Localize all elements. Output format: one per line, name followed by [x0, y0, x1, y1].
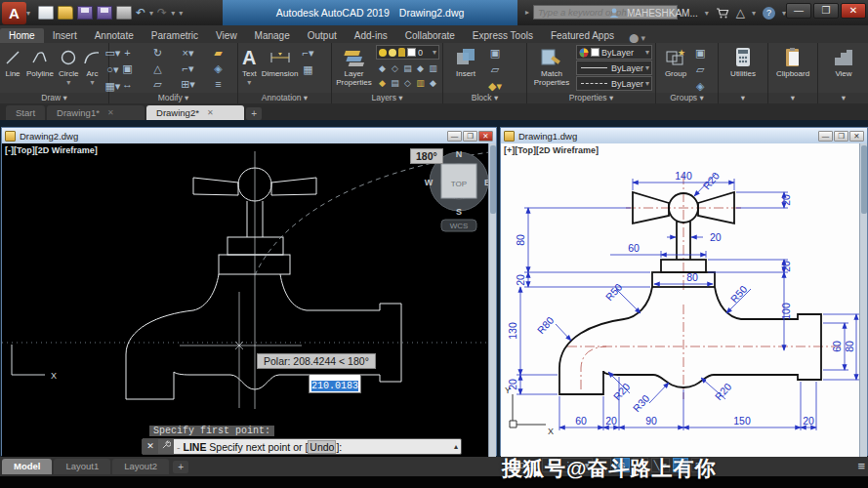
table-tool-icon[interactable]: ▦: [302, 61, 313, 77]
layer-tool-6-icon[interactable]: ◆: [376, 75, 389, 90]
new-layout-button[interactable]: +: [173, 461, 188, 473]
tab-annotate[interactable]: Annotate: [86, 28, 143, 43]
layer-tool-7-icon[interactable]: ▤: [389, 75, 401, 90]
layer-tool-3-icon[interactable]: ▤: [401, 61, 414, 75]
close-drawing2-icon[interactable]: ✕: [207, 108, 214, 117]
layer-tool-9-icon[interactable]: ▥: [414, 75, 427, 90]
command-option-undo[interactable]: Undo: [308, 440, 336, 454]
layers-panel-label[interactable]: Layers ▾: [332, 93, 442, 103]
drawing2-restore-button[interactable]: ❐: [463, 131, 477, 142]
logo-dropdown-icon[interactable]: ▾: [26, 9, 30, 18]
insert-button[interactable]: Insert: [446, 45, 485, 79]
layer-tool-1-icon[interactable]: ◆: [376, 61, 389, 75]
erase-icon[interactable]: ▰: [203, 45, 233, 61]
left-vertical-scrollbar[interactable]: [488, 143, 496, 457]
layer-tool-2-icon[interactable]: ◇: [389, 61, 401, 75]
drawing2-canvas[interactable]: [-][Top][2D Wireframe]: [2, 143, 496, 457]
ribbon-options-icon[interactable]: ⬤ ▾: [629, 33, 645, 43]
redo-icon[interactable]: ↷: [157, 6, 167, 20]
right-scrollbar-thumb[interactable]: [861, 145, 867, 214]
text-button[interactable]: A Text ▾: [241, 45, 258, 88]
group-edit-icon[interactable]: ▱: [695, 61, 705, 77]
drawing1-canvas[interactable]: [+][Top][2D Wireframe]: [501, 143, 867, 457]
group-button[interactable]: ★ Group: [659, 45, 692, 79]
close-button[interactable]: ✕: [841, 3, 866, 19]
layout1-tab[interactable]: Layout1: [54, 459, 110, 474]
block-attributes-icon[interactable]: ◆▾: [488, 78, 502, 94]
layer-tool-4-icon[interactable]: ◆: [414, 61, 427, 75]
viewcube-south[interactable]: S: [456, 207, 462, 217]
signed-in-user[interactable]: MAHESHKAM...: [627, 8, 698, 19]
drawing2-titlebar[interactable]: Drawing2.dwg — ❐ ✕: [2, 128, 496, 143]
match-properties-button[interactable]: Match Properties: [530, 45, 573, 88]
stretch-icon[interactable]: ↔: [112, 76, 143, 92]
layer-tool-5-icon[interactable]: ▥: [427, 61, 439, 75]
customization-menu-icon[interactable]: ≡: [857, 459, 865, 473]
close-drawing1-icon[interactable]: ✕: [107, 108, 114, 117]
line-button[interactable]: Line: [3, 45, 22, 79]
save-as-icon[interactable]: [97, 6, 112, 20]
layout2-tab[interactable]: Layout2: [112, 459, 169, 474]
viewport-controls-left[interactable]: [-][Top][2D Wireframe]: [5, 145, 98, 155]
lineweight-dropdown[interactable]: ByLayer ▾: [576, 61, 652, 75]
tab-home[interactable]: Home: [0, 28, 44, 43]
tab-insert[interactable]: Insert: [44, 28, 86, 43]
drawing1-minimize-button[interactable]: —: [818, 131, 833, 142]
file-tab-drawing1[interactable]: Drawing1*✕: [47, 105, 145, 120]
utilities-panel-expand[interactable]: ▾: [719, 93, 767, 103]
tools-wrench-icon[interactable]: [158, 439, 174, 454]
open-file-icon[interactable]: [58, 6, 73, 20]
tab-manage[interactable]: Manage: [246, 28, 299, 43]
leader-tool-icon[interactable]: ⌐▾: [302, 45, 313, 61]
overkill-icon[interactable]: ≡: [203, 76, 233, 92]
linetype-dropdown[interactable]: ByLayer ▾: [576, 76, 652, 91]
left-scrollbar-thumb[interactable]: [490, 145, 496, 214]
cart-icon[interactable]: [716, 8, 729, 19]
qa-customize-icon[interactable]: ▾: [179, 9, 183, 18]
drawing2-minimize-button[interactable]: —: [447, 131, 462, 142]
plot-icon[interactable]: [116, 6, 132, 20]
properties-panel-label[interactable]: Properties ▾: [527, 93, 655, 103]
file-tab-drawing2[interactable]: Drawing2*✕: [146, 105, 244, 120]
color-dropdown[interactable]: ByLayer ▾: [576, 45, 652, 60]
trim-icon[interactable]: ×▾: [173, 45, 203, 61]
undo-dropdown-icon[interactable]: ▾: [149, 9, 153, 18]
explode-icon[interactable]: ◈: [203, 61, 233, 76]
layer-tool-8-icon[interactable]: ◇: [401, 75, 414, 90]
layer-tool-10-icon[interactable]: ◆: [427, 75, 439, 90]
autodesk-apps-icon[interactable]: △: [736, 6, 745, 20]
circle-button[interactable]: Circle ▾: [58, 45, 79, 88]
user-icon[interactable]: [608, 7, 620, 19]
clipboard-button[interactable]: Clipboard: [775, 45, 810, 79]
fillet-icon[interactable]: ⌐▾: [173, 61, 203, 76]
copy-icon[interactable]: ▣: [112, 61, 143, 76]
undo-icon[interactable]: ↶: [136, 6, 145, 20]
tab-collaborate[interactable]: Collaborate: [396, 28, 464, 43]
mirror-icon[interactable]: △: [143, 61, 173, 76]
modify-panel-label[interactable]: Modify ▾: [109, 93, 237, 103]
layer-dropdown[interactable]: 0 ▾: [376, 45, 439, 60]
utilities-button[interactable]: Utilities: [729, 45, 757, 79]
dynamic-input-field[interactable]: 210.0183: [309, 374, 361, 393]
cancel-command-icon[interactable]: ✕: [143, 439, 158, 454]
array-icon[interactable]: ⊞▾: [173, 76, 203, 92]
file-tab-start[interactable]: Start: [6, 105, 45, 120]
minimize-button[interactable]: —: [786, 3, 811, 19]
group-select-icon[interactable]: ◈: [695, 78, 705, 94]
tab-express-tools[interactable]: Express Tools: [464, 28, 542, 43]
view-panel-expand[interactable]: ▾: [818, 93, 868, 103]
move-icon[interactable]: +: [112, 45, 143, 61]
polyline-button[interactable]: Polyline: [25, 45, 55, 79]
rotate-icon[interactable]: ↻: [143, 45, 173, 61]
search-arrow-icon[interactable]: ▸: [525, 8, 529, 17]
ungroup-icon[interactable]: ▣: [695, 45, 705, 61]
groups-panel-label[interactable]: Groups ▾: [656, 93, 718, 103]
block-panel-label[interactable]: Block ▾: [443, 93, 526, 103]
scale-icon[interactable]: ▱: [143, 76, 173, 92]
edit-block-icon[interactable]: ▱: [488, 61, 502, 77]
autocad-logo[interactable]: A: [2, 2, 26, 24]
save-icon[interactable]: [77, 6, 93, 20]
help-icon[interactable]: ?: [763, 7, 775, 20]
tab-addins[interactable]: Add-ins: [346, 28, 396, 43]
clipboard-panel-expand[interactable]: ▾: [768, 93, 817, 103]
